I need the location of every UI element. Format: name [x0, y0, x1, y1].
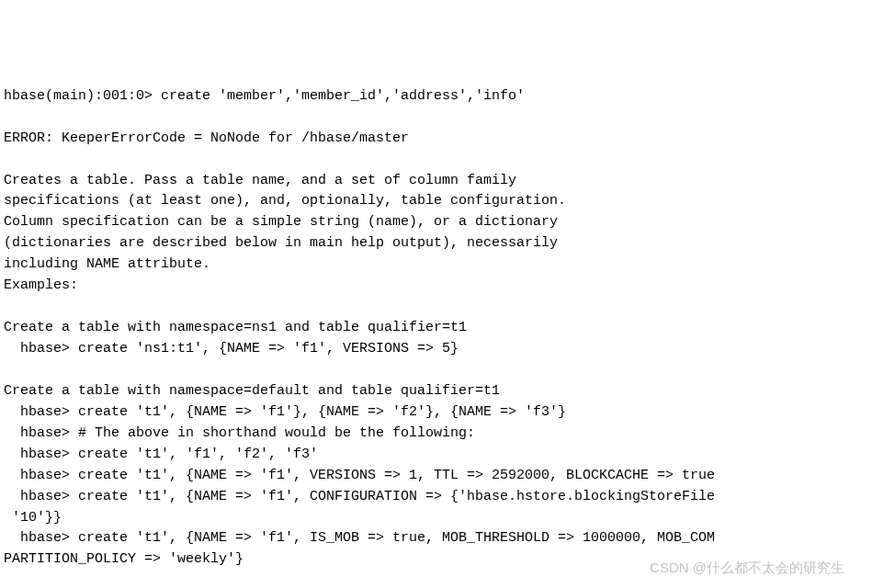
terminal-line: Column specification can be a simple str… [4, 214, 558, 230]
terminal-line: '10'}} [4, 510, 62, 526]
terminal-line: Creates a table. Pass a table name, and … [4, 173, 516, 188]
terminal-line: PARTITION_POLICY => 'weekly'} [4, 551, 243, 567]
terminal-line: hbase> create 't1', {NAME => 'f1', VERSI… [4, 468, 715, 483]
terminal-output[interactable]: hbase(main):001:0> create 'member','memb… [4, 86, 868, 588]
terminal-line: hbase> # The above in shorthand would be… [4, 425, 475, 441]
terminal-line: Examples: [4, 277, 78, 293]
terminal-line: Create a table with namespace=ns1 and ta… [4, 320, 467, 335]
terminal-line: Create a table with namespace=default an… [4, 383, 500, 399]
terminal-line: hbase> create 't1', {NAME => 'f1', IS_MO… [4, 530, 715, 546]
terminal-line: hbase> create 'ns1:t1', {NAME => 'f1', V… [4, 341, 459, 356]
terminal-line: hbase> create 't1', 'f1', 'f2', 'f3' [4, 447, 318, 462]
terminal-line: ERROR: KeeperErrorCode = NoNode for /hba… [4, 130, 409, 146]
terminal-line: hbase> create 't1', {NAME => 'f1'}, {NAM… [4, 404, 566, 420]
terminal-line: hbase(main):001:0> create 'member','memb… [4, 88, 525, 104]
terminal-line: specifications (at least one), and, opti… [4, 193, 566, 209]
terminal-line: (dictionaries are described below in mai… [4, 235, 558, 251]
terminal-line: including NAME attribute. [4, 256, 210, 272]
terminal-line: hbase> create 't1', {NAME => 'f1', CONFI… [4, 489, 715, 504]
